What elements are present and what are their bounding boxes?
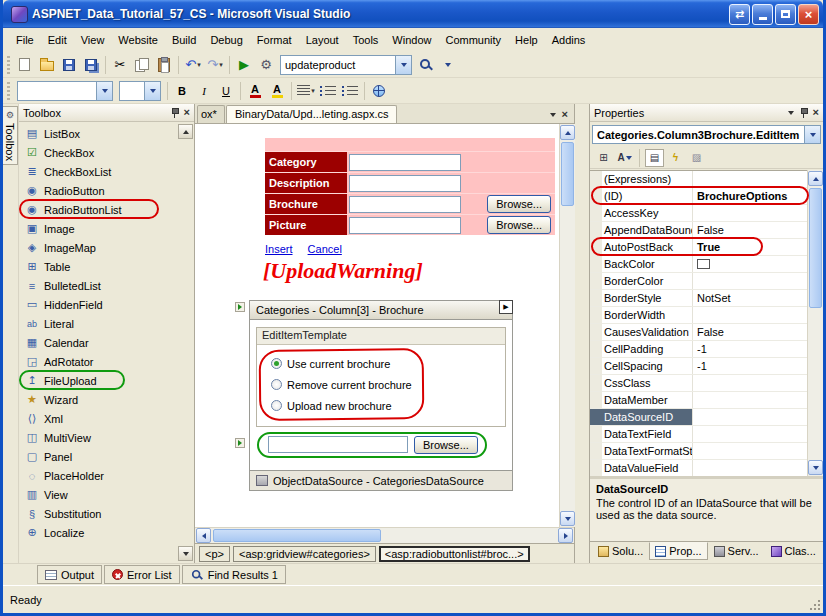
toolbar-grip[interactable] — [7, 82, 10, 100]
document-tab-active[interactable]: BinaryData/Upd...leting.aspx.cs — [226, 105, 397, 123]
toolbox-item-wizard[interactable]: ★Wizard — [19, 390, 194, 409]
scroll-right-button[interactable] — [558, 528, 573, 543]
property-value[interactable]: -1 — [693, 341, 823, 357]
tab-error-list[interactable]: Error List — [104, 565, 180, 584]
hyperlink-button[interactable] — [368, 80, 390, 102]
close-icon[interactable]: × — [813, 107, 819, 118]
category-textbox[interactable] — [349, 154, 461, 171]
menu-community[interactable]: Community — [438, 31, 508, 49]
design-horizontal-scrollbar[interactable] — [195, 527, 574, 543]
property-row-datatextformatstring[interactable]: DataTextFormatStri — [590, 443, 823, 460]
radio-icon[interactable] — [271, 379, 282, 390]
combo-dropdown-button[interactable] — [96, 82, 112, 100]
design-vertical-scrollbar[interactable] — [559, 124, 575, 527]
property-value[interactable] — [693, 443, 823, 459]
maximize-button[interactable] — [775, 4, 796, 25]
pin-icon[interactable] — [170, 107, 179, 118]
tab-find-results[interactable]: Find Results 1 — [182, 565, 286, 584]
object-selector-combobox[interactable]: Categories.Column3Brochure.EditItem — [592, 125, 821, 144]
property-row-bordercolor[interactable]: BorderColor — [590, 273, 823, 290]
property-row-expressions[interactable]: (Expressions) — [590, 171, 823, 188]
foreground-color-button[interactable]: A — [244, 80, 266, 102]
window-nav-button[interactable]: ⇄ — [729, 4, 750, 25]
combo-dropdown-button[interactable] — [144, 82, 160, 100]
toolbox-item-radiobuttonlist[interactable]: ◉RadioButtonList — [19, 200, 194, 219]
menu-debug[interactable]: Debug — [203, 31, 249, 49]
find-in-files-button[interactable] — [415, 54, 437, 76]
radio-option[interactable]: Remove current brochure — [271, 374, 412, 395]
property-value[interactable]: False — [693, 222, 823, 238]
paste-button[interactable] — [153, 54, 175, 76]
scrollbar-thumb[interactable] — [561, 142, 574, 206]
toolbox-item-imagemap[interactable]: ◈ImageMap — [19, 238, 194, 257]
tag-radiobuttonlist[interactable]: <asp:radiobuttonlist#broc...> — [379, 546, 530, 562]
menu-view[interactable]: View — [74, 31, 112, 49]
menu-addins[interactable]: Addins — [545, 31, 593, 49]
scroll-left-button[interactable] — [196, 528, 211, 543]
menu-format[interactable]: Format — [250, 31, 299, 49]
property-value[interactable] — [693, 460, 823, 476]
toolbox-item-localize[interactable]: ⊕Localize — [19, 523, 194, 542]
detailsview-control[interactable]: Category Description Brochure Browse... … — [265, 138, 555, 235]
toolbox-item-literal[interactable]: abLiteral — [19, 314, 194, 333]
menu-window[interactable]: Window — [385, 31, 438, 49]
tag-p[interactable]: <p> — [199, 546, 230, 562]
toolbox-item-checkbox[interactable]: ☑CheckBox — [19, 143, 194, 162]
resize-grip[interactable] — [808, 598, 821, 611]
toolbox-item-placeholder[interactable]: ◌PlaceHolder — [19, 466, 194, 485]
alignment-button[interactable]: ▾ — [295, 80, 317, 102]
scroll-down-button[interactable] — [808, 460, 823, 475]
toolbox-item-checkboxlist[interactable]: ≣CheckBoxList — [19, 162, 194, 181]
property-value[interactable] — [693, 307, 823, 323]
property-value[interactable] — [693, 273, 823, 289]
toolbox-item-panel[interactable]: ▢Panel — [19, 447, 194, 466]
fileupload-textbox[interactable] — [268, 436, 408, 453]
toolbox-item-xml[interactable]: ⟨⟩Xml — [19, 409, 194, 428]
property-row-borderwidth[interactable]: BorderWidth — [590, 307, 823, 324]
property-row-accesskey[interactable]: AccessKey — [590, 205, 823, 222]
underline-button[interactable]: U — [215, 80, 237, 102]
picture-browse-button[interactable]: Browse... — [487, 216, 551, 234]
highlight-color-button[interactable]: A — [266, 80, 288, 102]
scroll-up-button[interactable] — [560, 125, 575, 140]
pin-icon[interactable] — [799, 107, 808, 118]
toolbox-item-multiview[interactable]: ◫MultiView — [19, 428, 194, 447]
property-row-appenddatabounditems[interactable]: AppendDataBoundIFalse — [590, 222, 823, 239]
insert-link[interactable]: Insert — [265, 243, 293, 255]
property-row-cellpadding[interactable]: CellPadding-1 — [590, 341, 823, 358]
property-value[interactable] — [693, 375, 823, 391]
combo-dropdown-button[interactable] — [395, 56, 411, 74]
glyph-marker-icon[interactable] — [235, 438, 245, 448]
property-value[interactable] — [693, 392, 823, 408]
scrollbar-thumb[interactable] — [213, 529, 381, 542]
document-tab-hidden[interactable]: ox* — [197, 105, 225, 123]
brochure-browse-button[interactable]: Browse... — [487, 195, 551, 213]
smart-tag-button[interactable]: ▶ — [499, 300, 513, 314]
save-button[interactable] — [58, 54, 80, 76]
property-value[interactable]: NotSet — [693, 290, 823, 306]
tab-list-dropdown-icon[interactable] — [550, 113, 556, 117]
cut-button[interactable]: ✂ — [109, 54, 131, 76]
property-value[interactable]: BrochureOptions — [693, 188, 823, 204]
property-value[interactable] — [693, 256, 823, 272]
toolbox-item-bulletedlist[interactable]: ≡BulletedList — [19, 276, 194, 295]
toolbar-options-button[interactable] — [437, 54, 459, 76]
events-button[interactable]: ϟ — [666, 149, 685, 167]
menu-help[interactable]: Help — [508, 31, 545, 49]
tab-class-view[interactable]: Clas... — [765, 542, 822, 560]
property-row-id[interactable]: (ID)BrochureOptions — [590, 188, 823, 205]
toolbox-side-tab[interactable]: ⚙ Toolbox — [3, 106, 18, 165]
property-value[interactable]: False — [693, 324, 823, 340]
open-file-button[interactable] — [36, 54, 58, 76]
toolbox-item-substitution[interactable]: §Substitution — [19, 504, 194, 523]
toolbox-item-hiddenfield[interactable]: ▭HiddenField — [19, 295, 194, 314]
property-value[interactable] — [693, 426, 823, 442]
radio-option[interactable]: Use current brochure — [271, 353, 412, 374]
combo-dropdown-button[interactable] — [804, 126, 820, 143]
objectdatasource-control[interactable]: ObjectDataSource - CategoriesDataSource — [250, 470, 512, 490]
design-canvas[interactable]: Category Description Brochure Browse... … — [195, 124, 575, 527]
radio-option[interactable]: Upload new brochure — [271, 395, 412, 416]
tab-output[interactable]: Output — [37, 565, 102, 584]
tab-server-explorer[interactable]: Serv... — [708, 542, 765, 560]
bold-button[interactable]: B — [171, 80, 193, 102]
